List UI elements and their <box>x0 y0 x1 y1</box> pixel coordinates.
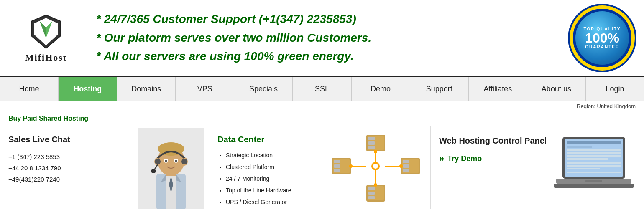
svg-rect-64 <box>554 184 634 188</box>
svg-point-16 <box>181 159 187 164</box>
svg-rect-23 <box>334 160 340 163</box>
datacenter-features-list: Strategic Location Clustered Platform 24… <box>217 149 322 208</box>
svg-rect-40 <box>368 196 375 199</box>
nav-login[interactable]: Login <box>586 77 644 101</box>
try-demo-link[interactable]: » Try Demo <box>439 153 548 164</box>
agent-svg <box>138 128 204 209</box>
svg-rect-52 <box>565 139 623 177</box>
header: MifiHost * 24/7/365 Customer Support (+1… <box>0 0 644 77</box>
sales-phone1: +1 (347) 223 5853 <box>8 151 125 162</box>
nav-hosting[interactable]: Hosting <box>59 77 117 101</box>
svg-rect-57 <box>567 155 621 157</box>
subheading-text: Buy Paid Shared Hosting <box>8 115 88 122</box>
sales-info: Sales Live Chat +1 (347) 223 5853 +44 20… <box>0 126 133 209</box>
laptop-area <box>552 135 636 201</box>
svg-point-47 <box>349 164 353 168</box>
feature-1: Strategic Location <box>226 149 322 161</box>
svg-rect-58 <box>567 158 608 160</box>
quality-badge: TOP QUALITY 100% GUARANTEE <box>573 9 631 67</box>
demo-text: Try Demo <box>447 154 482 163</box>
logo-icon <box>27 13 65 50</box>
svg-point-15 <box>155 159 161 164</box>
datacenter-info: Data Center Strategic Location Clustered… <box>217 135 322 201</box>
svg-rect-56 <box>567 152 621 154</box>
nav-vps[interactable]: VPS <box>176 77 234 101</box>
sales-title: Sales Live Chat <box>8 135 125 144</box>
datacenter-svg <box>332 135 420 202</box>
svg-rect-39 <box>368 192 375 195</box>
svg-point-50 <box>374 183 377 187</box>
svg-rect-53 <box>567 141 621 144</box>
nav-home[interactable]: Home <box>0 77 59 101</box>
svg-rect-28 <box>403 160 409 163</box>
svg-point-14 <box>175 160 177 162</box>
svg-rect-33 <box>368 137 375 140</box>
svg-point-13 <box>165 160 167 162</box>
tagline2: * Our platorm serves over two million Cu… <box>96 29 569 48</box>
cpanel-info: Web Hosting Control Panel » Try Demo <box>439 135 548 201</box>
subheading: Buy Paid Shared Hosting <box>0 111 644 126</box>
svg-rect-30 <box>403 169 409 172</box>
logo-area: MifiHost <box>8 13 84 63</box>
nav-affiliates[interactable]: Affiliates <box>469 77 527 101</box>
region-label: Region: United Kingdom <box>577 103 636 109</box>
svg-rect-59 <box>567 162 621 164</box>
svg-rect-62 <box>567 172 621 173</box>
feature-5: UPS / Diesel Generator <box>226 196 322 208</box>
sales-phone2: +44 20 8 1234 790 <box>8 162 125 174</box>
tagline3: * All our servers are using 100% green e… <box>96 47 569 66</box>
svg-point-18 <box>151 169 156 173</box>
feature-3: 24 / 7 Monitoring <box>226 173 322 184</box>
nav-domains[interactable]: Domains <box>117 77 176 101</box>
cpanel-section: Web Hosting Control Panel » Try Demo <box>431 126 644 209</box>
datacenter-section: Data Center Strategic Location Clustered… <box>209 126 431 209</box>
svg-rect-60 <box>567 165 621 167</box>
svg-rect-65 <box>585 180 602 182</box>
svg-point-48 <box>399 164 403 168</box>
demo-arrows: » <box>439 153 444 164</box>
sales-section: Sales Live Chat +1 (347) 223 5853 +44 20… <box>0 126 209 209</box>
badge-percent: 100% <box>585 31 619 45</box>
datacenter-title: Data Center <box>217 135 322 144</box>
nav-support[interactable]: Support <box>410 77 469 101</box>
sales-agent-image <box>133 126 209 209</box>
svg-rect-29 <box>403 164 409 168</box>
nav-demo[interactable]: Demo <box>352 77 410 101</box>
svg-rect-25 <box>334 169 340 172</box>
svg-point-49 <box>374 150 377 153</box>
nav-about[interactable]: About us <box>527 77 586 101</box>
laptop-svg <box>554 135 634 202</box>
nav-specials[interactable]: Specials <box>234 77 293 101</box>
svg-rect-35 <box>368 146 375 149</box>
svg-rect-54 <box>567 146 592 148</box>
svg-rect-34 <box>368 141 375 145</box>
svg-rect-24 <box>334 164 340 168</box>
region-bar: Region: United Kingdom <box>0 101 644 111</box>
logo-text: MifiHost <box>25 52 67 63</box>
datacenter-diagram <box>330 135 422 201</box>
tagline1: * 24/7/365 Customer Support (+1(347) 223… <box>96 10 569 29</box>
main-nav: Home Hosting Domains VPS Specials SSL De… <box>0 77 644 101</box>
svg-rect-55 <box>567 149 621 151</box>
content-area: Sales Live Chat +1 (347) 223 5853 +44 20… <box>0 126 644 209</box>
svg-rect-61 <box>567 168 600 169</box>
svg-point-8 <box>158 142 184 156</box>
badge-area: TOP QUALITY 100% GUARANTEE <box>569 9 636 67</box>
cpanel-title: Web Hosting Control Panel <box>439 135 548 146</box>
badge-bottom-text: GUARANTEE <box>585 45 619 49</box>
svg-rect-38 <box>368 187 375 190</box>
nav-ssl[interactable]: SSL <box>293 77 351 101</box>
sales-phone3: +49(431)220 7240 <box>8 174 125 185</box>
header-center: * 24/7/365 Customer Support (+1(347) 223… <box>84 10 569 66</box>
feature-4: Top of the Line Hardware <box>226 184 322 196</box>
svg-point-46 <box>373 164 378 169</box>
feature-2: Clustered Platform <box>226 161 322 173</box>
